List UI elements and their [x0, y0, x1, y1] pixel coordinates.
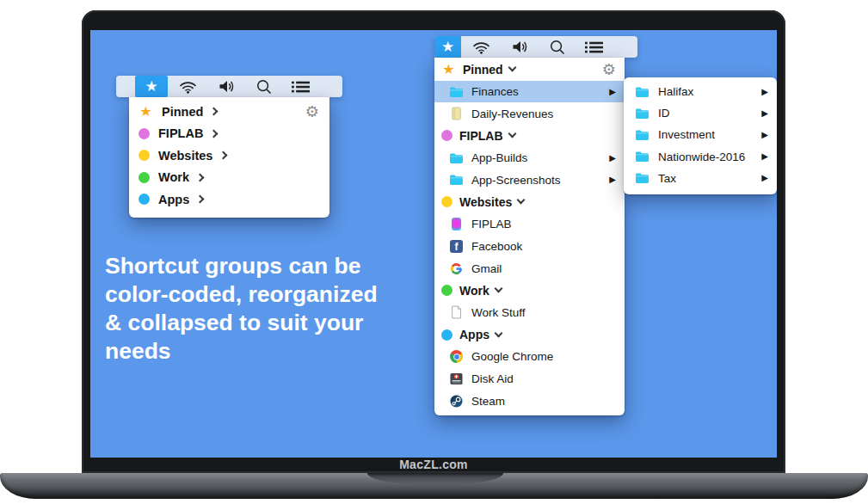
group-header-pinned[interactable]: ★Pinned⚙ [434, 58, 625, 81]
group-color-dot [441, 329, 452, 341]
group-color-dot [139, 128, 150, 139]
shortcut-row-steam[interactable]: Steam [434, 390, 625, 412]
shortcut-label: FIPLAB [471, 218, 512, 230]
chevron-down-icon [517, 196, 526, 205]
shortcut-row-daily-revenues[interactable]: Daily-Revenues [434, 102, 625, 125]
group-row-apps[interactable]: Apps [129, 188, 329, 211]
menubar-search-button[interactable] [539, 36, 575, 58]
menubar-search-button[interactable] [246, 76, 281, 97]
submenu-arrow-icon: ▶ [761, 131, 768, 139]
shortcut-row-google-chrome[interactable]: Google Chrome [434, 346, 625, 368]
shortcut-row-finances[interactable]: Finances▶ [434, 81, 625, 103]
group-row-fiplab[interactable]: FIPLAB [129, 123, 329, 145]
caption-line: & collapsed to suit your [105, 309, 423, 337]
shortcut-label: Google Chrome [471, 350, 553, 363]
gear-icon[interactable]: ⚙ [602, 62, 616, 77]
shortcut-row-disk-aid[interactable]: Disk Aid [434, 368, 625, 390]
shortcut-label: App-Screenshots [471, 174, 561, 187]
submenu-row-nationwide-2016[interactable]: Nationwide-2016▶ [624, 146, 777, 168]
folder-icon [449, 174, 464, 186]
chevron-right-icon [219, 151, 228, 160]
steam-icon [449, 395, 464, 408]
submenu-label: Halifax [658, 85, 693, 98]
group-header-fiplab[interactable]: FIPLAB [434, 125, 625, 147]
group-label: Work [459, 284, 489, 298]
shortcut-label: App-Builds [471, 151, 527, 164]
shortcut-row-app-builds[interactable]: App-Builds▶ [434, 147, 625, 169]
menubar-star-button[interactable]: ★ [135, 76, 168, 97]
menubar-wifi-button[interactable] [168, 76, 207, 97]
document-icon [449, 107, 464, 120]
fiplab-app-icon [449, 218, 464, 230]
shortcut-groups-menu-expanded: ★Pinned⚙Finances▶Daily-RevenuesFIPLABApp… [434, 58, 625, 415]
submenu-arrow-icon: ▶ [761, 152, 768, 161]
group-row-websites[interactable]: Websites [129, 144, 329, 167]
shortcut-row-fiplab[interactable]: FIPLAB [434, 213, 625, 236]
star-icon: ★ [145, 79, 157, 94]
submenu-label: Tax [658, 172, 676, 185]
shortcut-label: Steam [471, 395, 505, 408]
menubar-wifi-button[interactable] [461, 36, 501, 58]
menubar-list-button[interactable] [575, 36, 613, 58]
menubar-star-button[interactable]: ★ [434, 36, 461, 58]
submenu-arrow-icon: ▶ [609, 88, 616, 96]
laptop-lid: Shortcut groups can becolor-coded, reorg… [82, 10, 785, 473]
search-icon [549, 40, 565, 55]
list-icon [584, 40, 603, 54]
submenu-row-investment[interactable]: Investment▶ [624, 124, 777, 145]
volume-icon [217, 79, 237, 94]
menubar-volume-button[interactable] [207, 76, 246, 97]
group-label: Apps [459, 328, 489, 341]
shortcut-label: Disk Aid [471, 372, 514, 385]
shortcut-label: Facebook [471, 240, 522, 253]
shortcut-row-app-screenshots[interactable]: App-Screenshots▶ [434, 169, 625, 191]
caption-text: Shortcut groups can becolor-coded, reorg… [105, 252, 423, 366]
group-label: Work [158, 170, 189, 184]
submenu-arrow-icon: ▶ [761, 109, 768, 118]
submenu-row-tax[interactable]: Tax▶ [624, 168, 777, 189]
submenu-arrow-icon: ▶ [761, 88, 768, 96]
shortcut-row-work-stuff[interactable]: Work Stuff [434, 302, 625, 324]
laptop-mockup: Shortcut groups can becolor-coded, reorg… [0, 0, 868, 504]
laptop-lid-groove [367, 473, 503, 484]
group-color-dot [139, 194, 150, 205]
gear-icon[interactable]: ⚙ [305, 104, 319, 120]
group-row-pinned[interactable]: ★Pinned⚙ [129, 101, 329, 123]
document-icon [449, 305, 464, 319]
menubar-blank-segment [116, 76, 135, 97]
group-header-apps[interactable]: Apps [434, 323, 625, 346]
shortcut-label: Work Stuff [471, 306, 526, 319]
menubar-list-button[interactable] [281, 76, 319, 97]
submenu-arrow-icon: ▶ [761, 174, 768, 182]
caption-line: needs [105, 337, 423, 366]
chevron-right-icon [210, 108, 219, 116]
shortcut-label: Finances [471, 85, 519, 98]
star-icon: ★ [441, 40, 454, 54]
group-color-dot [139, 150, 150, 161]
menubar-volume-button[interactable] [501, 36, 539, 58]
star-icon: ★ [441, 63, 456, 77]
submenu-label: ID [658, 107, 670, 120]
group-header-websites[interactable]: Websites [434, 191, 625, 213]
shortcut-row-gmail[interactable]: Gmail [434, 257, 625, 280]
gmail-icon [449, 262, 464, 275]
submenu-arrow-icon: ▶ [609, 154, 616, 163]
folder-icon [635, 86, 649, 98]
group-header-work[interactable]: Work [434, 280, 625, 302]
desktop: Shortcut groups can becolor-coded, reorg… [90, 30, 777, 458]
shortcut-row-facebook[interactable]: fFacebook [434, 236, 625, 258]
group-row-work[interactable]: Work [129, 167, 329, 189]
submenu-label: Investment [658, 128, 715, 141]
shortcut-groups-menu-collapsed: ★Pinned⚙FIPLABWebsitesWorkApps [129, 97, 329, 218]
group-label: Websites [459, 195, 512, 209]
submenu-row-id[interactable]: ID▶ [624, 102, 777, 124]
list-icon [291, 80, 310, 94]
folder-icon [635, 129, 649, 141]
watermark: MacZL.com [82, 458, 785, 471]
submenu-row-halifax[interactable]: Halifax▶ [624, 81, 777, 102]
group-label: Pinned [162, 105, 203, 119]
folder-icon [449, 152, 464, 164]
submenu-arrow-icon: ▶ [609, 175, 616, 184]
chevron-down-icon [495, 329, 503, 337]
chevron-down-icon [508, 130, 516, 138]
